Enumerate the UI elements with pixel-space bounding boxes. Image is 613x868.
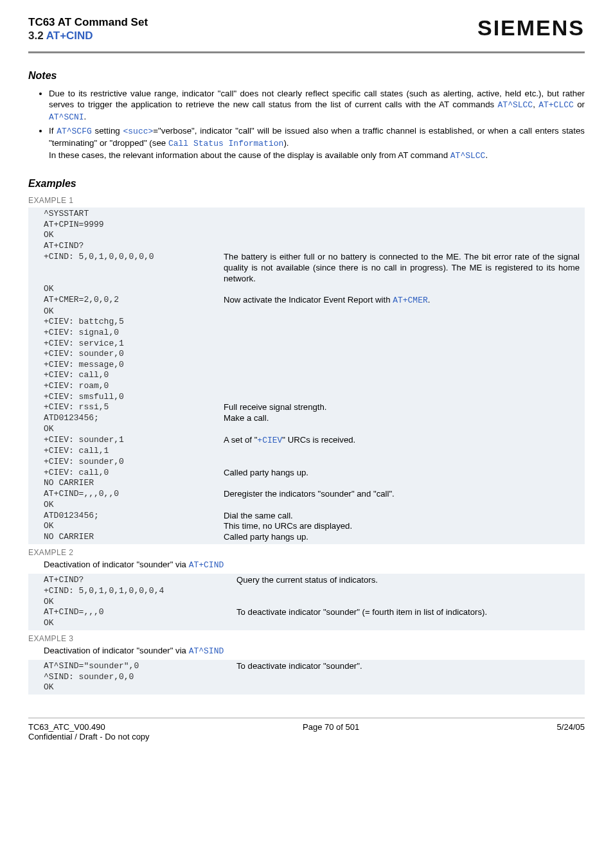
table-row: OK	[44, 618, 580, 629]
table-row: AT+CIND=,,,0To deactivate indicator "sou…	[44, 607, 580, 618]
description-cell	[224, 478, 580, 489]
command-cell: +CIEV: smsfull,0	[44, 392, 224, 403]
section-command-link[interactable]: AT+CIND	[46, 30, 93, 42]
table-row: +CIEV: service,1	[44, 339, 580, 350]
description-cell	[224, 317, 580, 328]
note-item-1: Due to its restrictive value range, indi…	[49, 88, 585, 123]
command-cell: +CIEV: call,1	[44, 446, 224, 457]
desc-text: .	[428, 295, 431, 305]
description-cell: Query the current status of indicators.	[236, 575, 580, 586]
note-2-text-a: If	[49, 126, 57, 136]
table-row: +CIEV: roam,0	[44, 381, 580, 392]
link-at-slcc-2[interactable]: AT^SLCC	[450, 151, 486, 161]
description-cell: Deregister the indicators "sounder" and …	[224, 489, 580, 500]
command-cell: +CIEV: call,0	[44, 468, 224, 479]
command-cell: +CIND: 5,0,1,0,0,0,0,0	[44, 252, 224, 285]
description-cell	[224, 230, 580, 241]
command-cell: OK	[44, 230, 224, 241]
table-row: +CIEV: smsfull,0	[44, 392, 580, 403]
link-call-status-info[interactable]: Call Status Information	[168, 139, 283, 148]
command-cell: AT+CIND=,,,0	[44, 607, 236, 618]
description-cell	[224, 339, 580, 350]
desc-link[interactable]: AT+CMER	[393, 296, 428, 305]
table-row: OK	[44, 424, 580, 435]
description-cell	[224, 424, 580, 435]
command-cell: AT+CIND=,,,0,,0	[44, 489, 224, 500]
link-succ-param[interactable]: <succ>	[123, 127, 153, 136]
description-cell: Called party hangs up.	[224, 468, 580, 479]
note-1-sep1: ,	[533, 100, 538, 109]
description-cell	[224, 241, 580, 252]
example-2-intro: Deactivation of indicator "sounder" via …	[44, 560, 585, 570]
table-row: AT+CIND?Query the current status of indi…	[44, 575, 580, 586]
note-2-text-f: .	[485, 150, 488, 160]
command-cell: NO CARRIER	[44, 532, 224, 543]
description-cell	[224, 500, 580, 511]
table-row: OK	[44, 597, 580, 608]
command-cell: AT+CMER=2,0,0,2	[44, 295, 224, 306]
command-cell: OK	[44, 597, 236, 608]
table-row: OKThis time, no URCs are displayed.	[44, 521, 580, 532]
example-3-intro: Deactivation of indicator "sounder" via …	[44, 646, 585, 656]
examples-heading: Examples	[28, 178, 585, 190]
description-cell	[224, 446, 580, 457]
description-cell	[224, 381, 580, 392]
command-cell: +CIEV: message,0	[44, 360, 224, 371]
link-at-slcc[interactable]: AT^SLCC	[498, 100, 533, 110]
desc-link[interactable]: +CIEV	[257, 436, 282, 445]
table-row: +CIEV: signal,0	[44, 328, 580, 339]
table-row: +CIEV: sounder,1A set of "+CIEV" URCs is…	[44, 435, 580, 447]
description-cell	[236, 618, 580, 629]
table-row: AT+CIND=,,,0,,0Deregister the indicators…	[44, 489, 580, 500]
table-row: ^SYSSTART	[44, 209, 580, 220]
command-cell: +CIEV: sounder,0	[44, 457, 224, 468]
command-cell: +CIEV: roam,0	[44, 381, 224, 392]
command-cell: OK	[44, 500, 224, 511]
description-cell	[224, 284, 580, 295]
command-cell: ATD0123456;	[44, 413, 224, 424]
table-row: OK	[44, 230, 580, 241]
command-cell: +CIEV: battchg,5	[44, 317, 224, 328]
table-row: OK	[44, 306, 580, 317]
command-cell: NO CARRIER	[44, 478, 224, 489]
description-cell	[224, 457, 580, 468]
page-footer: TC63_ATC_V00.490 Page 70 of 501 5/24/05 …	[28, 718, 585, 741]
command-cell: +CIEV: rssi,5	[44, 402, 224, 413]
command-cell: OK	[44, 424, 224, 435]
description-cell: Make a call.	[224, 413, 580, 424]
description-cell	[224, 209, 580, 220]
description-cell: The battery is either full or no battery…	[224, 252, 580, 285]
table-row: NO CARRIERCalled party hangs up.	[44, 532, 580, 543]
footer-confidential: Confidential / Draft - Do not copy	[28, 732, 585, 741]
table-row: +CIEV: sounder,0	[44, 349, 580, 360]
description-cell: This time, no URCs are displayed.	[224, 521, 580, 532]
footer-doc-version: TC63_ATC_V00.490	[28, 722, 105, 732]
example-2-intro-text: Deactivation of indicator "sounder" via	[44, 560, 189, 569]
section-number: 3.2	[28, 30, 46, 42]
description-cell	[224, 328, 580, 339]
table-row: AT+CIND?	[44, 241, 580, 252]
link-at-scfg[interactable]: AT^SCFG	[57, 127, 92, 136]
notes-heading: Notes	[28, 70, 585, 82]
command-cell: +CIEV: signal,0	[44, 328, 224, 339]
command-cell: +CIEV: sounder,1	[44, 435, 224, 447]
description-cell	[236, 682, 580, 693]
link-at-clcc[interactable]: AT+CLCC	[538, 100, 574, 110]
example-1-label: EXAMPLE 1	[28, 196, 585, 205]
description-cell	[224, 370, 580, 381]
table-row: ^SIND: sounder,0,0	[44, 672, 580, 683]
description-cell	[224, 349, 580, 360]
table-row: ATD0123456;Make a call.	[44, 413, 580, 424]
table-row: +CIEV: call,1	[44, 446, 580, 457]
link-at-scni[interactable]: AT^SCNI	[49, 112, 84, 122]
table-row: +CIEV: rssi,5Full receive signal strengt…	[44, 402, 580, 413]
table-row: OK	[44, 682, 580, 693]
description-cell: Dial the same call.	[224, 511, 580, 522]
link-at-sind[interactable]: AT^SIND	[189, 646, 224, 656]
brand-logo: SIEMENS	[477, 15, 585, 40]
table-row: +CIEV: battchg,5	[44, 317, 580, 328]
link-at-cind[interactable]: AT+CIND	[189, 560, 224, 570]
example-2-block: AT+CIND?Query the current status of indi…	[28, 574, 585, 630]
description-cell: Full receive signal strength.	[224, 402, 580, 413]
table-row: AT^SIND="sounder",0To deactivate indicat…	[44, 661, 580, 672]
